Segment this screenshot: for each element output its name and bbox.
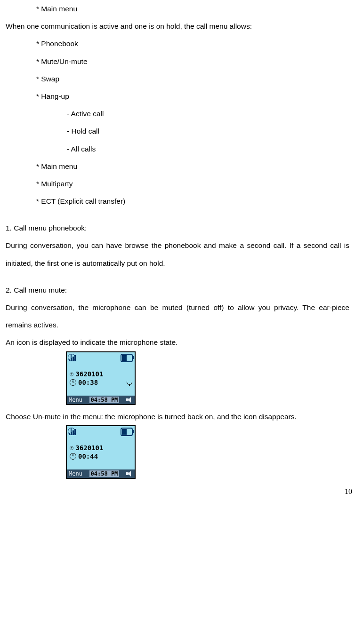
section-heading: 2. Call menu mute:: [6, 281, 349, 299]
list-item: * Phonebook: [6, 35, 349, 52]
clock-icon: [70, 379, 76, 386]
mic-muted-icon: [127, 379, 132, 386]
clock-icon: [70, 453, 76, 460]
paragraph: During conversation, you can have browse…: [6, 237, 349, 271]
call-duration: 00:44: [78, 453, 98, 460]
paragraph: Choose Un-mute in the menu: the micropho…: [6, 408, 349, 425]
call-number: 3620101: [75, 370, 103, 378]
signal-icon: [69, 429, 78, 435]
section-heading: 1. Call menu phonebook:: [6, 219, 349, 237]
signal-icon: [69, 355, 78, 361]
call-number: 3620101: [75, 444, 103, 452]
list-item: * Main menu: [6, 158, 349, 175]
list-item: * Swap: [6, 70, 349, 87]
softkey-menu: Menu: [69, 397, 82, 403]
list-subitem: - Hold call: [6, 122, 349, 140]
list-item: * ECT (Explicit call transfer): [6, 192, 349, 210]
list-subitem: - All calls: [6, 140, 349, 158]
battery-icon: [121, 428, 133, 436]
handset-icon: ✆: [70, 444, 73, 452]
speaker-icon: [126, 471, 133, 477]
list-item: * Hang-up: [6, 87, 349, 105]
phone-screenshot-unmuted: ✆ 3620101 00:44 Menu 04:58 PM: [66, 425, 136, 479]
list-subitem: - Active call: [6, 105, 349, 122]
list-item: * Mute/Un-mute: [6, 53, 349, 70]
status-clock: 04:58 PM: [89, 470, 120, 477]
page-number: 10: [345, 487, 352, 496]
softkey-menu: Menu: [69, 470, 82, 477]
phone-screenshot-muted: ✆ 3620101 00:38 Menu 04:58 PM: [66, 351, 136, 405]
paragraph: When one communication is active and one…: [6, 17, 349, 35]
battery-icon: [121, 354, 133, 362]
handset-icon: ✆: [70, 370, 73, 378]
list-item: * Main menu: [6, 0, 349, 17]
speaker-icon: [126, 397, 133, 403]
paragraph: During conversation, the microphone can …: [6, 299, 349, 334]
list-item: * Multiparty: [6, 175, 349, 192]
paragraph: An icon is displayed to indicate the mic…: [6, 334, 349, 351]
call-duration: 00:38: [78, 379, 98, 386]
status-clock: 04:58 PM: [89, 397, 120, 403]
